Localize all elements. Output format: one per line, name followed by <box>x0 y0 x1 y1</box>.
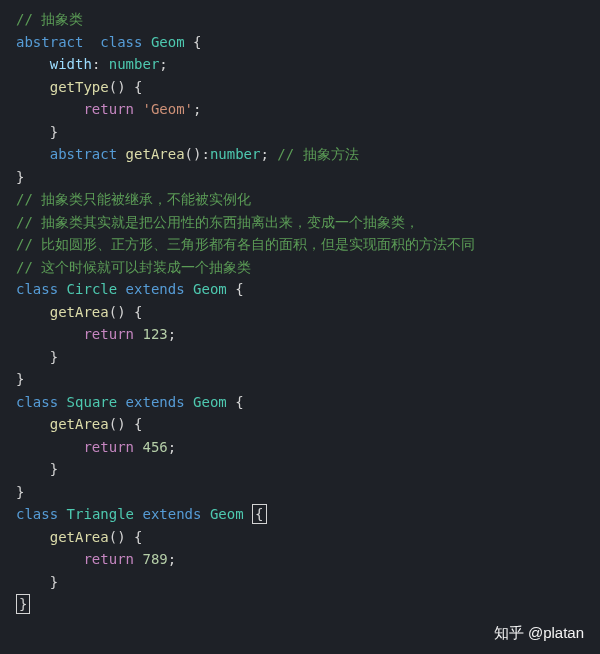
brace-open: { <box>134 79 142 95</box>
watermark: 知乎 @platan <box>494 622 584 645</box>
code-line: width: number; <box>16 53 600 76</box>
code-line: } <box>16 368 600 391</box>
brace-close: } <box>16 169 24 185</box>
brace-close: } <box>50 349 58 365</box>
code-line: getArea() { <box>16 526 600 549</box>
brace-open: { <box>134 416 142 432</box>
parens: () <box>109 79 126 95</box>
code-line: } <box>16 121 600 144</box>
class-name: Square <box>67 394 118 410</box>
parens: () <box>185 146 202 162</box>
comment: // 这个时候就可以封装成一个抽象类 <box>16 259 251 275</box>
semicolon: ; <box>168 326 176 342</box>
comment: // 抽象方法 <box>269 146 359 162</box>
class-name: Geom <box>193 394 227 410</box>
code-line: } <box>16 593 600 616</box>
class-name: Triangle <box>67 506 134 522</box>
colon: : <box>201 146 209 162</box>
comment: // 抽象类 <box>16 11 83 27</box>
comment: // 抽象类只能被继承，不能被实例化 <box>16 191 251 207</box>
parens: () <box>109 304 126 320</box>
keyword-class: class <box>16 394 58 410</box>
class-name: Geom <box>151 34 185 50</box>
colon: : <box>92 56 100 72</box>
number-literal: 123 <box>142 326 167 342</box>
code-line: } <box>16 346 600 369</box>
keyword-return: return <box>83 439 134 455</box>
brace-close-highlighted: } <box>16 594 30 614</box>
keyword-return: return <box>83 101 134 117</box>
keyword-abstract: abstract <box>50 146 117 162</box>
code-line: class Triangle extends Geom { <box>16 503 600 526</box>
keyword-abstract: abstract <box>16 34 83 50</box>
keyword-class: class <box>100 34 142 50</box>
number-literal: 789 <box>142 551 167 567</box>
keyword-class: class <box>16 506 58 522</box>
code-line: } <box>16 166 600 189</box>
brace-open: { <box>235 281 243 297</box>
method-name: getArea <box>50 416 109 432</box>
brace-close: } <box>16 371 24 387</box>
keyword-return: return <box>83 551 134 567</box>
brace-close: } <box>50 461 58 477</box>
brace-open: { <box>235 394 243 410</box>
keyword-return: return <box>83 326 134 342</box>
class-name: Circle <box>67 281 118 297</box>
code-line: return 123; <box>16 323 600 346</box>
code-line: getArea() { <box>16 301 600 324</box>
brace-close: } <box>50 574 58 590</box>
method-name: getType <box>50 79 109 95</box>
class-name: Geom <box>210 506 244 522</box>
code-line: abstract getArea():number; // 抽象方法 <box>16 143 600 166</box>
brace-open-highlighted: { <box>252 504 266 524</box>
code-editor: // 抽象类 abstract class Geom { width: numb… <box>16 8 600 616</box>
number-literal: 456 <box>142 439 167 455</box>
keyword-extends: extends <box>126 394 185 410</box>
method-name: getArea <box>126 146 185 162</box>
type: number <box>210 146 261 162</box>
brace-open: { <box>134 529 142 545</box>
keyword-extends: extends <box>126 281 185 297</box>
code-line: // 抽象类 <box>16 8 600 31</box>
brace-open: { <box>134 304 142 320</box>
brace-open: { <box>193 34 201 50</box>
method-name: getArea <box>50 529 109 545</box>
code-line: // 比如圆形、正方形、三角形都有各自的面积，但是实现面积的方法不同 <box>16 233 600 256</box>
parens: () <box>109 529 126 545</box>
semicolon: ; <box>168 551 176 567</box>
method-name: getArea <box>50 304 109 320</box>
code-line: class Circle extends Geom { <box>16 278 600 301</box>
type: number <box>109 56 160 72</box>
comment: // 比如圆形、正方形、三角形都有各自的面积，但是实现面积的方法不同 <box>16 236 475 252</box>
code-line: return 789; <box>16 548 600 571</box>
code-line: return 'Geom'; <box>16 98 600 121</box>
brace-close: } <box>16 484 24 500</box>
property: width <box>50 56 92 72</box>
semicolon: ; <box>168 439 176 455</box>
code-line: getType() { <box>16 76 600 99</box>
string-literal: 'Geom' <box>142 101 193 117</box>
code-line: abstract class Geom { <box>16 31 600 54</box>
parens: () <box>109 416 126 432</box>
code-line: } <box>16 458 600 481</box>
code-line: // 抽象类只能被继承，不能被实例化 <box>16 188 600 211</box>
code-line: // 抽象类其实就是把公用性的东西抽离出来，变成一个抽象类， <box>16 211 600 234</box>
keyword-extends: extends <box>142 506 201 522</box>
semicolon: ; <box>193 101 201 117</box>
code-line: getArea() { <box>16 413 600 436</box>
code-line: return 456; <box>16 436 600 459</box>
code-line: // 这个时候就可以封装成一个抽象类 <box>16 256 600 279</box>
code-line: class Square extends Geom { <box>16 391 600 414</box>
comment: // 抽象类其实就是把公用性的东西抽离出来，变成一个抽象类， <box>16 214 419 230</box>
semicolon: ; <box>260 146 268 162</box>
code-line: } <box>16 571 600 594</box>
code-line: } <box>16 481 600 504</box>
semicolon: ; <box>159 56 167 72</box>
keyword-class: class <box>16 281 58 297</box>
brace-close: } <box>50 124 58 140</box>
class-name: Geom <box>193 281 227 297</box>
